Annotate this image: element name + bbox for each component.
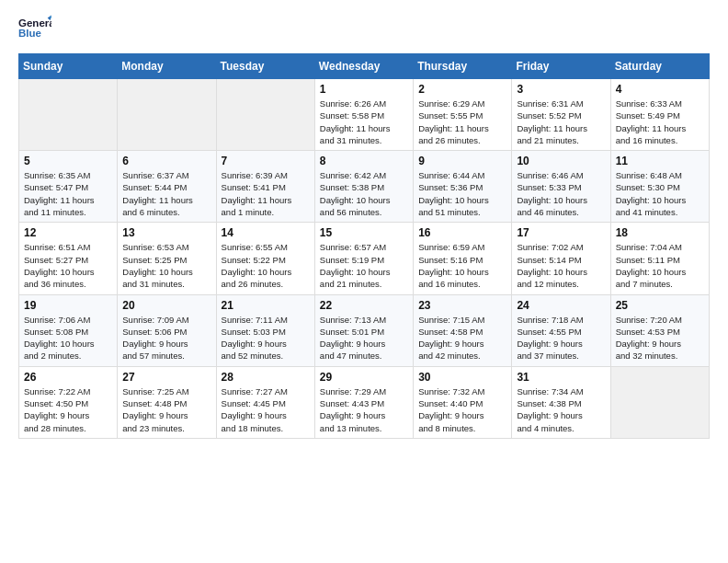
calendar-day-cell bbox=[216, 79, 314, 151]
logo-image: General Blue bbox=[18, 15, 51, 42]
calendar-day-cell: 12Sunrise: 6:51 AM Sunset: 5:27 PM Dayli… bbox=[19, 223, 118, 294]
calendar-day-cell: 21Sunrise: 7:11 AM Sunset: 5:03 PM Dayli… bbox=[216, 294, 314, 366]
calendar-week-row: 1Sunrise: 6:26 AM Sunset: 5:58 PM Daylig… bbox=[19, 79, 710, 151]
header: General Blue bbox=[18, 15, 710, 42]
calendar-day-cell: 30Sunrise: 7:32 AM Sunset: 4:40 PM Dayli… bbox=[414, 366, 512, 438]
day-number: 9 bbox=[418, 155, 506, 167]
day-number: 14 bbox=[222, 226, 310, 239]
calendar-day-cell: 4Sunrise: 6:33 AM Sunset: 5:49 PM Daylig… bbox=[610, 79, 709, 151]
day-number: 12 bbox=[24, 226, 112, 239]
day-number: 30 bbox=[418, 371, 506, 384]
calendar-day-cell: 31Sunrise: 7:34 AM Sunset: 4:38 PM Dayli… bbox=[512, 366, 610, 438]
calendar-day-cell: 17Sunrise: 7:02 AM Sunset: 5:14 PM Dayli… bbox=[512, 223, 610, 294]
day-number: 20 bbox=[122, 299, 210, 312]
day-info: Sunrise: 6:48 AM Sunset: 5:30 PM Dayligh… bbox=[616, 169, 704, 218]
calendar-week-row: 19Sunrise: 7:06 AM Sunset: 5:08 PM Dayli… bbox=[19, 294, 710, 366]
day-number: 4 bbox=[616, 83, 704, 96]
day-info: Sunrise: 7:18 AM Sunset: 4:55 PM Dayligh… bbox=[517, 314, 605, 362]
calendar-week-row: 12Sunrise: 6:51 AM Sunset: 5:27 PM Dayli… bbox=[19, 223, 710, 294]
day-info: Sunrise: 7:04 AM Sunset: 5:11 PM Dayligh… bbox=[616, 241, 704, 290]
calendar-day-cell: 8Sunrise: 6:42 AM Sunset: 5:38 PM Daylig… bbox=[314, 151, 413, 223]
calendar-header-row: SundayMondayTuesdayWednesdayThursdayFrid… bbox=[19, 54, 710, 79]
calendar-day-cell bbox=[19, 79, 118, 151]
day-number: 28 bbox=[222, 371, 310, 384]
day-number: 5 bbox=[24, 155, 112, 167]
calendar-day-cell: 20Sunrise: 7:09 AM Sunset: 5:06 PM Dayli… bbox=[118, 294, 216, 366]
calendar-header-thursday: Thursday bbox=[414, 54, 512, 79]
calendar-day-cell bbox=[610, 366, 709, 438]
day-number: 6 bbox=[122, 155, 210, 167]
day-info: Sunrise: 6:35 AM Sunset: 5:47 PM Dayligh… bbox=[24, 169, 112, 218]
day-info: Sunrise: 7:34 AM Sunset: 4:38 PM Dayligh… bbox=[517, 385, 605, 434]
logo-icon: General Blue bbox=[18, 15, 51, 42]
day-number: 15 bbox=[320, 226, 408, 239]
day-info: Sunrise: 7:09 AM Sunset: 5:06 PM Dayligh… bbox=[122, 314, 210, 362]
calendar-table: SundayMondayTuesdayWednesdayThursdayFrid… bbox=[18, 53, 710, 439]
day-info: Sunrise: 6:26 AM Sunset: 5:58 PM Dayligh… bbox=[320, 98, 408, 146]
calendar-day-cell: 2Sunrise: 6:29 AM Sunset: 5:55 PM Daylig… bbox=[414, 79, 512, 151]
day-info: Sunrise: 7:32 AM Sunset: 4:40 PM Dayligh… bbox=[418, 385, 506, 434]
day-info: Sunrise: 7:20 AM Sunset: 4:53 PM Dayligh… bbox=[616, 314, 704, 362]
day-number: 17 bbox=[517, 226, 605, 239]
calendar-day-cell: 15Sunrise: 6:57 AM Sunset: 5:19 PM Dayli… bbox=[314, 223, 413, 294]
day-number: 10 bbox=[517, 155, 605, 167]
day-number: 24 bbox=[517, 299, 605, 312]
day-number: 22 bbox=[320, 299, 408, 312]
day-info: Sunrise: 6:53 AM Sunset: 5:25 PM Dayligh… bbox=[122, 241, 210, 290]
day-info: Sunrise: 7:25 AM Sunset: 4:48 PM Dayligh… bbox=[122, 385, 210, 434]
day-info: Sunrise: 6:31 AM Sunset: 5:52 PM Dayligh… bbox=[517, 98, 605, 146]
calendar-header-saturday: Saturday bbox=[610, 54, 709, 79]
day-info: Sunrise: 7:27 AM Sunset: 4:45 PM Dayligh… bbox=[222, 385, 310, 434]
day-info: Sunrise: 7:29 AM Sunset: 4:43 PM Dayligh… bbox=[320, 385, 408, 434]
calendar-day-cell: 26Sunrise: 7:22 AM Sunset: 4:50 PM Dayli… bbox=[19, 366, 118, 438]
calendar-day-cell: 7Sunrise: 6:39 AM Sunset: 5:41 PM Daylig… bbox=[216, 151, 314, 223]
day-info: Sunrise: 6:46 AM Sunset: 5:33 PM Dayligh… bbox=[517, 169, 605, 218]
calendar-header-monday: Monday bbox=[118, 54, 216, 79]
day-number: 27 bbox=[122, 371, 210, 384]
day-info: Sunrise: 6:39 AM Sunset: 5:41 PM Dayligh… bbox=[222, 169, 310, 218]
calendar-header-wednesday: Wednesday bbox=[314, 54, 413, 79]
calendar-day-cell: 27Sunrise: 7:25 AM Sunset: 4:48 PM Dayli… bbox=[118, 366, 216, 438]
calendar-day-cell: 6Sunrise: 6:37 AM Sunset: 5:44 PM Daylig… bbox=[118, 151, 216, 223]
calendar-day-cell: 25Sunrise: 7:20 AM Sunset: 4:53 PM Dayli… bbox=[610, 294, 709, 366]
day-number: 18 bbox=[616, 226, 704, 239]
day-info: Sunrise: 7:22 AM Sunset: 4:50 PM Dayligh… bbox=[24, 385, 112, 434]
calendar-day-cell: 10Sunrise: 6:46 AM Sunset: 5:33 PM Dayli… bbox=[512, 151, 610, 223]
calendar-day-cell: 9Sunrise: 6:44 AM Sunset: 5:36 PM Daylig… bbox=[414, 151, 512, 223]
logo: General Blue bbox=[18, 15, 51, 42]
day-number: 16 bbox=[418, 226, 506, 239]
day-number: 3 bbox=[517, 83, 605, 96]
calendar-header-friday: Friday bbox=[512, 54, 610, 79]
day-number: 31 bbox=[517, 371, 605, 384]
calendar-header-sunday: Sunday bbox=[19, 54, 118, 79]
calendar-day-cell: 11Sunrise: 6:48 AM Sunset: 5:30 PM Dayli… bbox=[610, 151, 709, 223]
page: General Blue SundayMondayTuesdayWednesda… bbox=[0, 0, 728, 454]
day-number: 1 bbox=[320, 83, 408, 96]
calendar-day-cell: 18Sunrise: 7:04 AM Sunset: 5:11 PM Dayli… bbox=[610, 223, 709, 294]
day-info: Sunrise: 7:13 AM Sunset: 5:01 PM Dayligh… bbox=[320, 314, 408, 362]
day-info: Sunrise: 6:42 AM Sunset: 5:38 PM Dayligh… bbox=[320, 169, 408, 218]
day-info: Sunrise: 6:33 AM Sunset: 5:49 PM Dayligh… bbox=[616, 98, 704, 146]
day-number: 13 bbox=[122, 226, 210, 239]
day-info: Sunrise: 6:59 AM Sunset: 5:16 PM Dayligh… bbox=[418, 241, 506, 290]
day-info: Sunrise: 6:51 AM Sunset: 5:27 PM Dayligh… bbox=[24, 241, 112, 290]
day-number: 25 bbox=[616, 299, 704, 312]
day-number: 21 bbox=[222, 299, 310, 312]
day-number: 29 bbox=[320, 371, 408, 384]
day-info: Sunrise: 7:06 AM Sunset: 5:08 PM Dayligh… bbox=[24, 314, 112, 362]
day-info: Sunrise: 6:55 AM Sunset: 5:22 PM Dayligh… bbox=[222, 241, 310, 290]
calendar-day-cell: 29Sunrise: 7:29 AM Sunset: 4:43 PM Dayli… bbox=[314, 366, 413, 438]
day-number: 23 bbox=[418, 299, 506, 312]
calendar-day-cell bbox=[118, 79, 216, 151]
day-info: Sunrise: 6:37 AM Sunset: 5:44 PM Dayligh… bbox=[122, 169, 210, 218]
calendar-day-cell: 1Sunrise: 6:26 AM Sunset: 5:58 PM Daylig… bbox=[314, 79, 413, 151]
calendar-day-cell: 22Sunrise: 7:13 AM Sunset: 5:01 PM Dayli… bbox=[314, 294, 413, 366]
calendar-day-cell: 3Sunrise: 6:31 AM Sunset: 5:52 PM Daylig… bbox=[512, 79, 610, 151]
calendar-day-cell: 28Sunrise: 7:27 AM Sunset: 4:45 PM Dayli… bbox=[216, 366, 314, 438]
day-number: 26 bbox=[24, 371, 112, 384]
day-info: Sunrise: 6:57 AM Sunset: 5:19 PM Dayligh… bbox=[320, 241, 408, 290]
calendar-header-tuesday: Tuesday bbox=[216, 54, 314, 79]
calendar-day-cell: 23Sunrise: 7:15 AM Sunset: 4:58 PM Dayli… bbox=[414, 294, 512, 366]
calendar-day-cell: 24Sunrise: 7:18 AM Sunset: 4:55 PM Dayli… bbox=[512, 294, 610, 366]
day-info: Sunrise: 6:44 AM Sunset: 5:36 PM Dayligh… bbox=[418, 169, 506, 218]
